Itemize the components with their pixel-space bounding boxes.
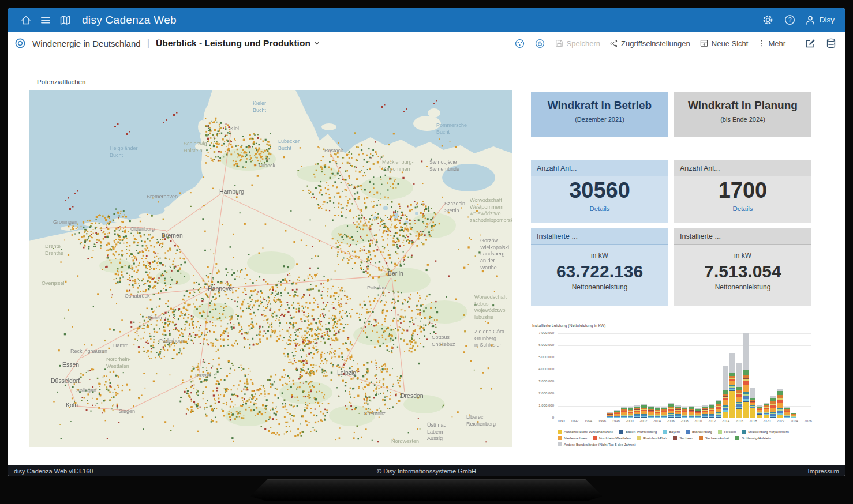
- lock-icon[interactable]: [534, 38, 545, 49]
- workbook-target-icon[interactable]: [14, 37, 27, 50]
- legend-swatch: [558, 436, 562, 440]
- data-management-icon[interactable]: [825, 37, 837, 49]
- unit-label: in kW: [531, 251, 668, 259]
- bar-2014: [723, 366, 728, 418]
- map-place-label: Woiwodschaft Lebus województwo lubuskie: [474, 294, 507, 321]
- svg-text:?: ?: [788, 16, 792, 23]
- column-in-planung: Windkraft in Planung (bis Ende 2024) Anz…: [674, 92, 811, 312]
- map-place-label: Helgoländer Bucht: [110, 145, 138, 159]
- breadcrumb-workbook[interactable]: Windenergie in Deutschland: [32, 39, 141, 48]
- card-subtitle: (bis Ende 2024): [674, 116, 811, 123]
- save-button[interactable]: Speichern: [555, 39, 601, 48]
- breadcrumb-separator: |: [147, 37, 149, 49]
- settings-gear-icon[interactable]: [758, 10, 778, 30]
- more-label: Mehr: [768, 39, 785, 48]
- legend-item: Sachsen: [673, 436, 693, 440]
- help-icon[interactable]: ?: [780, 10, 800, 30]
- palette-icon[interactable]: [514, 38, 525, 49]
- bar-2019: [757, 405, 762, 418]
- version-label: disy Cadenza Web v8.3.160: [14, 468, 93, 475]
- map-place-label: Hannover: [208, 285, 234, 293]
- map-icon[interactable]: [55, 10, 75, 30]
- map-place-label: Solingen: [76, 388, 96, 394]
- copyright-label: © Disy Informationssysteme GmbH: [377, 468, 476, 475]
- map-place-label: Nordrhein- Westfalen: [106, 356, 131, 370]
- chart-bars: [558, 333, 811, 418]
- legend-item: Brandenburg: [686, 430, 712, 434]
- legend-label: Baden-Württemberg: [626, 430, 657, 434]
- x-tick-label: 2024: [791, 419, 798, 423]
- map-place-label: Nordwesten: [391, 438, 419, 445]
- bar-2009: [689, 406, 694, 418]
- y-tick-label: 2.000.000: [538, 392, 554, 395]
- y-tick-label: 4.000.000: [538, 367, 554, 371]
- map-place-label: Groningen: [53, 219, 77, 226]
- bar-2002: [641, 404, 647, 418]
- legend-label: Ausschließliche Wirtschaftszone: [564, 430, 613, 434]
- y-tick-label: 0: [552, 416, 554, 419]
- legend-swatch: [558, 442, 562, 446]
- map-place-label: Paderborn: [159, 338, 184, 345]
- x-tick-label: 2026: [804, 419, 811, 423]
- bar-1999: [621, 407, 627, 418]
- bar-2004: [655, 407, 661, 418]
- dashboard-panel: Windkraft in Betrieb (Dezember 2021) Anz…: [531, 92, 811, 465]
- view-title-dropdown[interactable]: Überblick - Leistung und Produktion: [156, 38, 320, 48]
- bar-2006: [668, 403, 674, 418]
- legend-item: Mecklenburg-Vorpommern: [742, 430, 789, 434]
- leistung-value-betrieb: 63.722.136: [531, 261, 668, 282]
- home-icon[interactable]: [16, 10, 36, 30]
- access-settings-button[interactable]: Zugriffseinstellungen: [609, 39, 690, 48]
- details-link-planung[interactable]: Details: [732, 205, 753, 212]
- map-place-label: Woiwodschaft Westpommern województwo zac…: [470, 197, 512, 224]
- leistung-caption: Nettonennleistung: [674, 283, 811, 291]
- edit-workbook-icon[interactable]: [805, 37, 816, 49]
- bar-chart: Installierte Leistung (Nettoleistung in …: [531, 324, 811, 446]
- header-card-planung: Windkraft in Planung (bis Ende 2024): [674, 92, 811, 137]
- new-view-button[interactable]: Neue Sicht: [699, 39, 749, 48]
- y-tick-label: 6.000.000: [538, 343, 554, 347]
- bar-2000: [628, 407, 634, 418]
- chevron-down-icon: [313, 40, 320, 47]
- map-place-label: Düsseldorf: [51, 377, 80, 385]
- topbar: disy Cadenza Web ? Disy: [8, 8, 845, 32]
- map-place-label: Ústí nad Labem Aussig: [427, 422, 447, 442]
- map-place-label: Dresden: [401, 392, 424, 400]
- legend-item: Sachsen-Anhalt: [699, 436, 729, 440]
- bar-2018: [750, 388, 755, 418]
- main-content: Potenzialflächen: [8, 55, 845, 465]
- chart-y-axis: 7.000.0006.000.0005.000.0004.000.0003.00…: [531, 333, 558, 418]
- x-tick-label: 2006: [667, 419, 675, 423]
- map-place-label: Berlin: [388, 270, 403, 278]
- map-place-label: Rostock: [324, 148, 343, 155]
- legend-swatch: [742, 430, 746, 434]
- card-header: Installierte ...: [674, 228, 811, 245]
- details-link-betrieb[interactable]: Details: [589, 205, 609, 212]
- legend-item: Schleswig-Holstein: [735, 436, 771, 440]
- card-title: Windkraft in Planung: [674, 99, 811, 112]
- x-tick-label: 2018: [749, 419, 757, 423]
- user-menu[interactable]: Disy: [802, 14, 837, 26]
- legend-item: Bayern: [663, 430, 680, 434]
- x-tick-label: 1992: [571, 419, 578, 423]
- bar-2001: [634, 405, 640, 418]
- impressum-link[interactable]: Impressum: [808, 468, 839, 475]
- unit-label: in kW: [674, 251, 811, 259]
- bar-1998: [614, 410, 620, 418]
- legend-label: Schleswig-Holstein: [742, 437, 771, 440]
- germany-map[interactable]: KielKieler BuchtSchleswig- HolsteinHelgo…: [29, 90, 512, 447]
- legend-label: Bayern: [669, 430, 680, 434]
- map-place-label: Bielefeld: [148, 315, 168, 322]
- map-place-label: Świnoujście Swinemünde: [429, 159, 459, 172]
- legend-label: Nordrhein-Westfalen: [599, 437, 631, 440]
- bar-2020: [764, 403, 769, 418]
- bar-2016: [736, 363, 742, 418]
- more-button[interactable]: Mehr: [757, 39, 785, 48]
- card-title: Windkraft in Betrieb: [531, 99, 668, 112]
- monitor-stand: [250, 479, 603, 501]
- menu-icon[interactable]: [36, 10, 55, 30]
- map-labels: KielKieler BuchtSchleswig- HolsteinHelgo…: [29, 90, 512, 447]
- chart-plot: [558, 333, 811, 418]
- x-tick-label: 2000: [626, 419, 633, 423]
- cards-row: Windkraft in Betrieb (Dezember 2021) Anz…: [531, 92, 811, 312]
